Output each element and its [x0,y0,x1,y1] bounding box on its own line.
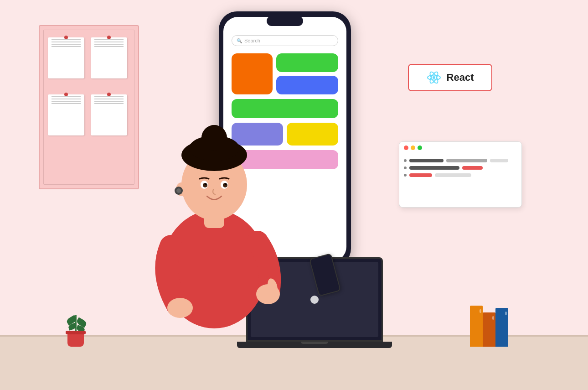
code-line-2 [404,166,517,170]
svg-point-15 [205,183,206,185]
code-body [399,154,521,182]
book-3 [495,308,508,347]
react-badge: React [408,64,492,91]
svg-point-0 [433,76,435,79]
svg-point-19 [176,188,181,193]
code-bar-2b [462,166,483,170]
code-bar-2a [409,166,459,170]
code-titlebar [399,142,521,154]
svg-point-10 [206,125,222,141]
code-bar-3b [435,173,471,177]
plant [67,315,84,347]
code-bar-3a [409,173,432,177]
code-bar-1a [409,159,444,162]
books [470,306,508,347]
sticky-note-1 [48,37,84,78]
dot-green [418,146,422,150]
code-line-1 [404,159,517,162]
react-badge-label: React [447,72,474,83]
dot-yellow [411,146,415,150]
code-bar-1b [446,159,487,162]
svg-point-20 [167,298,193,318]
code-bullet-3 [404,174,407,177]
sticky-note-3 [48,94,84,135]
code-bullet-2 [404,166,407,169]
svg-point-16 [225,183,227,185]
book-1 [470,306,483,347]
code-line-3 [404,173,517,177]
code-bar-1c [490,159,508,162]
book-2 [483,312,495,347]
person-illustration [105,50,324,351]
react-atom-icon [427,70,441,85]
code-bullet-1 [404,159,407,162]
search-bar[interactable]: 🔍 Search [232,35,338,46]
code-window [399,141,522,208]
search-icon: 🔍 [237,38,242,43]
phone-notch [267,16,303,26]
search-text: Search [244,38,260,43]
dot-red [404,146,408,150]
